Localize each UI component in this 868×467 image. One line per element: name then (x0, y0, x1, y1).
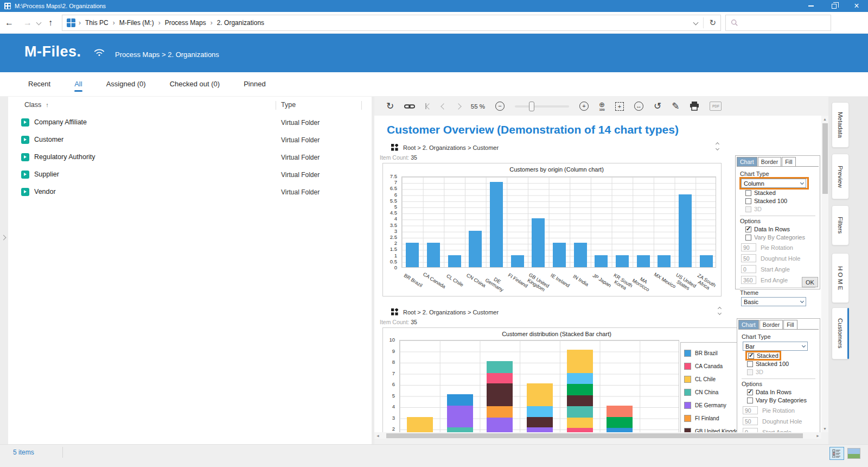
side-tab-h-o-m-e[interactable]: H O M E (832, 253, 849, 303)
list-row[interactable]: Company AffiliateVirtual Folder (8, 114, 372, 131)
checkbox-3d[interactable]: 3D (747, 369, 763, 375)
forward-icon[interactable]: → (23, 18, 32, 28)
list-row[interactable]: CustomerVirtual Folder (8, 131, 372, 149)
section-breadcrumb[interactable]: Root > 2. Organizations > Customer (403, 309, 499, 315)
option-field-input[interactable]: 90 (743, 406, 758, 414)
option-field-input[interactable]: 360 (741, 276, 756, 284)
checkbox-icon[interactable] (747, 361, 753, 367)
checkbox-stacked[interactable]: Stacked (745, 190, 776, 196)
scroll-down-arrow-icon[interactable]: ▼ (821, 425, 828, 432)
thumbnails-view-button[interactable] (847, 448, 860, 459)
checkbox-icon[interactable] (748, 353, 754, 359)
panel-tab-border[interactable]: Border (758, 157, 782, 166)
copy-link-icon[interactable] (404, 102, 415, 111)
slider-thumb[interactable] (529, 102, 534, 111)
list-row[interactable]: Regulatory AuthorityVirtual Folder (8, 149, 372, 166)
list-row[interactable]: VendorVirtual Folder (8, 184, 372, 201)
tab-assigned-0-[interactable]: Assigned (0) (94, 74, 158, 94)
panel-tab-chart[interactable]: Chart (738, 320, 759, 329)
checkbox-data-in-rows[interactable]: Data In Rows (745, 226, 790, 232)
option-field-input[interactable]: 0 (743, 428, 758, 432)
tab-pinned[interactable]: Pinned (232, 74, 277, 94)
theme-select[interactable]: Basic (741, 297, 806, 306)
address-bar[interactable]: ›This PC›M-Files (M:)›Process Maps›2. Or… (62, 15, 721, 31)
section-collapse-stepper[interactable] (718, 307, 721, 314)
annotate-icon[interactable]: ✎ (672, 102, 679, 111)
chart-type-select[interactable]: Bar (743, 342, 808, 351)
checkbox-data-in-rows[interactable]: Data In Rows (747, 389, 792, 395)
export-pdf-icon[interactable]: PDF (710, 102, 722, 111)
tab-recent[interactable]: Recent (16, 74, 62, 94)
checkbox-icon[interactable] (745, 198, 751, 204)
side-tab-preview[interactable]: Preview (832, 154, 849, 199)
scrollbar-thumb[interactable] (386, 433, 803, 438)
refresh-icon[interactable]: ↻ (386, 102, 394, 111)
panel-tab-chart[interactable]: Chart (737, 157, 757, 166)
breadcrumb-item[interactable]: 2. Organizations (214, 19, 267, 27)
print-icon[interactable] (690, 102, 699, 111)
column-header-type[interactable]: Type (281, 101, 296, 109)
checkbox-stacked[interactable]: Stacked (747, 352, 780, 359)
tab-checked-out-0-[interactable]: Checked out (0) (158, 74, 232, 94)
first-page-icon[interactable] (425, 103, 431, 109)
up-icon[interactable]: ↑ (48, 18, 53, 28)
preview-vertical-scrollbar[interactable]: ▲ ▼ (821, 116, 828, 432)
zoom-out-icon[interactable]: − (495, 102, 505, 111)
close-button[interactable]: × (845, 0, 868, 12)
checkbox-icon[interactable] (747, 369, 753, 375)
checkbox-icon[interactable] (747, 389, 753, 395)
fit-width-icon[interactable]: ↔ (634, 102, 643, 111)
panel-tab-fill[interactable]: Fill (782, 157, 795, 166)
option-field-input[interactable]: 50 (743, 417, 758, 425)
chart-type-select[interactable]: Column (741, 179, 806, 188)
checkbox-icon[interactable] (745, 235, 751, 241)
checkbox-vary-by-categories[interactable]: Vary By Categories (745, 234, 805, 241)
history-icon[interactable]: ↺ (654, 102, 661, 111)
next-page-icon[interactable] (456, 103, 461, 110)
side-tab-customers[interactable]: Customers (832, 307, 849, 359)
expand-panel-arrow-icon[interactable] (1, 235, 7, 241)
breadcrumb-item[interactable]: Process Maps (162, 19, 209, 27)
preview-horizontal-scrollbar[interactable]: ◄ ► (374, 432, 821, 439)
side-tab-filters[interactable]: Filters (832, 205, 849, 245)
checkbox-icon[interactable] (745, 206, 751, 212)
checkbox-icon[interactable] (747, 397, 753, 403)
checkbox-stacked-100[interactable]: Stacked 100 (747, 361, 789, 367)
checkbox-3d[interactable]: 3D (745, 206, 762, 212)
scroll-up-arrow-icon[interactable]: ▲ (821, 116, 828, 123)
breadcrumb-item[interactable]: This PC (82, 19, 112, 27)
option-field-input[interactable]: 0 (741, 265, 756, 273)
fit-page-icon[interactable]: + (615, 102, 624, 111)
scroll-right-arrow-icon[interactable]: ► (814, 432, 821, 439)
refresh-icon[interactable]: ↻ (709, 18, 716, 28)
tab-all[interactable]: All (62, 74, 94, 94)
section-collapse-stepper[interactable] (716, 143, 719, 150)
zoom-slider[interactable] (515, 105, 569, 108)
checkbox-vary-by-categories[interactable]: Vary By Categories (747, 397, 807, 403)
ok-button[interactable]: OK (802, 277, 818, 287)
address-dropdown-chevron-icon[interactable] (693, 20, 699, 26)
minimize-button[interactable] (800, 0, 822, 12)
option-field-input[interactable]: 90 (741, 243, 756, 251)
prev-page-icon[interactable] (442, 103, 446, 110)
column-header-class[interactable]: Class↑ (24, 101, 49, 109)
restore-button[interactable] (822, 0, 845, 12)
scroll-left-arrow-icon[interactable]: ◄ (374, 432, 381, 439)
checkbox-stacked-100[interactable]: Stacked 100 (745, 198, 787, 204)
details-view-button[interactable] (829, 447, 844, 460)
breadcrumb-item[interactable]: M-Files (M:) (116, 19, 157, 27)
option-field-input[interactable]: 50 (741, 254, 756, 262)
panel-tab-fill[interactable]: Fill (783, 320, 797, 329)
explorer-search-input[interactable] (725, 15, 831, 31)
section-breadcrumb[interactable]: Root > 2. Organizations > Customer (403, 144, 499, 151)
vault-breadcrumb[interactable]: Process Maps > 2. Organizations (115, 51, 219, 59)
list-row[interactable]: SupplierVirtual Folder (8, 166, 372, 184)
recent-locations-chevron-icon[interactable] (36, 20, 42, 26)
zoom-in-icon[interactable]: + (579, 102, 589, 111)
panel-tab-border[interactable]: Border (760, 320, 783, 329)
side-tab-metadata[interactable]: Metadata (832, 102, 849, 148)
checkbox-icon[interactable] (745, 226, 751, 232)
back-icon[interactable]: ← (5, 18, 14, 28)
checkbox-icon[interactable] (745, 190, 751, 196)
zoom-100-icon[interactable]: ⊕100 (599, 101, 605, 111)
